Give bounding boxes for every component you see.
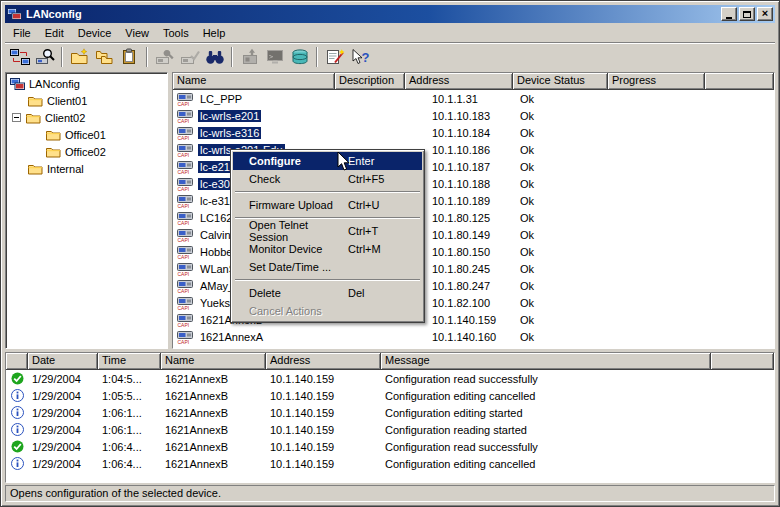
context-menu-item-check[interactable]: CheckCtrl+F5 [233,170,422,188]
tree-label: Client02 [45,112,85,124]
tree-item-lanconfig[interactable]: LANconfig [6,75,167,92]
info-icon [11,423,24,436]
log-status-cell [6,423,28,436]
svg-text:CAPI: CAPI [178,202,190,208]
tree-item-office01[interactable]: Office01 [6,126,167,143]
menu-item-label: Firmware Upload [249,199,333,211]
maximize-button[interactable] [739,7,755,21]
column-header-device-status[interactable]: Device Status [513,73,608,90]
device-status: Ok [513,212,608,224]
svg-text:CAPI: CAPI [178,168,190,174]
column-header-message[interactable]: Message [381,353,711,370]
log-name: 1621AnnexB [161,441,266,453]
device-address: 10.1.10.184 [405,127,513,139]
log-row[interactable]: 1/29/20041:06:4...1621AnnexB10.1.140.159… [6,438,774,455]
menu-file[interactable]: File [6,25,38,41]
device-address: 10.1.1.31 [405,93,513,105]
status-text: Opens configuration of the selected devi… [10,487,221,499]
log-address: 10.1.140.159 [266,424,381,436]
context-menu-item-set-date-time[interactable]: Set Date/Time ... [233,258,422,276]
device-row-lc-wrls-e316[interactable]: CAPIlc-wrls-e31610.1.10.184Ok [173,124,774,141]
context-menu-item-firmware-upload[interactable]: Firmware UploadCtrl+U [233,196,422,214]
new-folder-button[interactable] [67,45,92,69]
device-icon: CAPI [176,194,195,208]
toolbar-separator [316,47,318,67]
svg-text:CAPI: CAPI [178,151,190,157]
device-address: 10.1.140.160 [405,331,513,343]
log-status-cell [6,406,28,419]
device-row-1621annexa[interactable]: CAPI1621AnnexA10.1.140.160Ok [173,328,774,345]
log-row[interactable]: 1/29/20041:06:1...1621AnnexB10.1.140.159… [6,404,774,421]
column-header-progress[interactable]: Progress [608,73,705,90]
tree-item-internal[interactable]: Internal [6,160,167,177]
device-name: Calvin [198,229,233,241]
menu-item-label: Delete [249,287,281,299]
menu-item-shortcut: Enter [348,155,410,167]
column-header-name[interactable]: Name [173,73,335,90]
paste-icon [120,48,140,66]
column-header-time[interactable]: Time [98,353,161,370]
tree-item-office02[interactable]: Office02 [6,143,167,160]
close-button[interactable]: × [757,7,773,21]
svg-text:CAPI: CAPI [178,287,190,293]
log-row[interactable]: 1/29/20041:05:5...1621AnnexB10.1.140.159… [6,387,774,404]
find-devices-button[interactable] [32,45,57,69]
collapse-box[interactable] [12,113,21,122]
folder-tree: LANconfigClient01Client02Office01Office0… [5,72,168,349]
telnet-icon: >_ [265,48,285,66]
monitor-device-button[interactable] [287,45,312,69]
window-title: LANconfig [26,8,719,20]
menu-tools[interactable]: Tools [156,25,196,41]
paste-button[interactable] [117,45,142,69]
menu-device[interactable]: Device [71,25,119,41]
log-row[interactable]: 1/29/20041:04:5...1621AnnexB10.1.140.159… [6,370,774,387]
svg-text:CAPI: CAPI [178,185,190,191]
device-row-lc-wrls-e201[interactable]: CAPIlc-wrls-e20110.1.10.183Ok [173,107,774,124]
context-menu-item-open-telnet-session[interactable]: Open Telnet SessionCtrl+T [233,222,422,240]
device-name: 1621AnnexA [198,331,265,343]
context-help-button[interactable]: ? [347,45,372,69]
device-status: Ok [513,314,608,326]
log-row[interactable]: 1/29/20041:06:1...1621AnnexB10.1.140.159… [6,421,774,438]
find-button[interactable] [202,45,227,69]
device-row-lc-ppp[interactable]: CAPILC_PPP10.1.1.31Ok [173,90,774,107]
menu-item-label: Configure [249,155,301,167]
maximize-icon [743,11,751,18]
device-status: Ok [513,195,608,207]
svg-text:CAPI: CAPI [178,304,190,310]
menu-item-shortcut: Ctrl+T [348,225,410,237]
log-address: 10.1.140.159 [266,458,381,470]
configure-device-button [152,45,177,69]
device-name-cell: CAPIlc-wrls-e201 [173,109,335,123]
menu-help[interactable]: Help [196,25,233,41]
log-time: 1:06:1... [98,407,161,419]
column-header-date[interactable]: Date [28,353,98,370]
titlebar: LANconfig × [5,5,775,23]
log-status-cell [6,457,28,470]
context-menu-item-configure[interactable]: ConfigureEnter [233,152,422,170]
column-header-icon[interactable] [6,353,28,370]
tree-item-client02[interactable]: Client02 [6,109,167,126]
svg-text:CAPI: CAPI [178,321,190,327]
log-address: 10.1.140.159 [266,390,381,402]
log-row[interactable]: 1/29/20041:06:4...1621AnnexB10.1.140.159… [6,455,774,472]
tree-item-client01[interactable]: Client01 [6,92,167,109]
menu-view[interactable]: View [118,25,156,41]
menu-edit[interactable]: Edit [38,25,71,41]
column-header-address[interactable]: Address [266,353,381,370]
setup-wizard-button[interactable] [322,45,347,69]
help-icon: ? [350,48,370,66]
column-header-description[interactable]: Description [335,73,405,90]
status-bar: Opens configuration of the selected devi… [5,485,775,502]
column-header-name[interactable]: Name [161,353,266,370]
log-time: 1:06:4... [98,441,161,453]
device-icon: CAPI [176,313,195,327]
context-menu-item-delete[interactable]: DeleteDel [233,284,422,302]
exchange-config-button[interactable] [7,45,32,69]
copy-button[interactable] [92,45,117,69]
minimize-button[interactable] [721,7,737,21]
column-header-address[interactable]: Address [405,73,513,90]
folder-icon [46,129,61,141]
log-address: 10.1.140.159 [266,441,381,453]
copy-icon [95,48,115,66]
